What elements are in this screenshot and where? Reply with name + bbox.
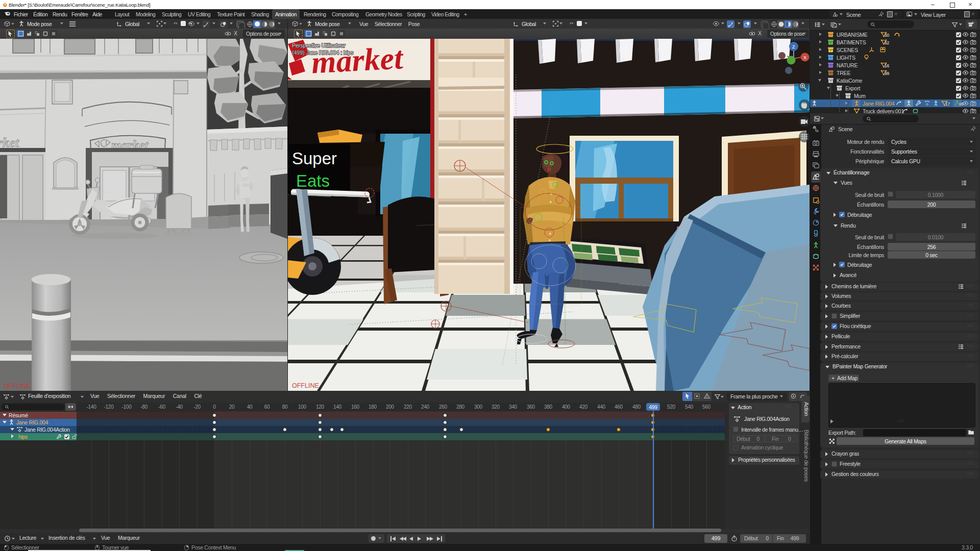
- svg-text:OFFLINE: OFFLINE: [4, 383, 31, 390]
- svg-text:(499) Jane RIG.004 : hips: (499) Jane RIG.004 : hips: [292, 49, 353, 56]
- svg-text:arket: arket: [0, 135, 19, 150]
- svg-text:Eats: Eats: [296, 171, 330, 190]
- svg-text:OFFLINE: OFFLINE: [292, 382, 319, 389]
- svg-text:Perspective Utilisateur: Perspective Utilisateur: [292, 42, 346, 48]
- svg-text:X: X: [803, 55, 806, 60]
- svg-text:Z: Z: [792, 44, 795, 49]
- svg-text:Super: Super: [292, 149, 337, 168]
